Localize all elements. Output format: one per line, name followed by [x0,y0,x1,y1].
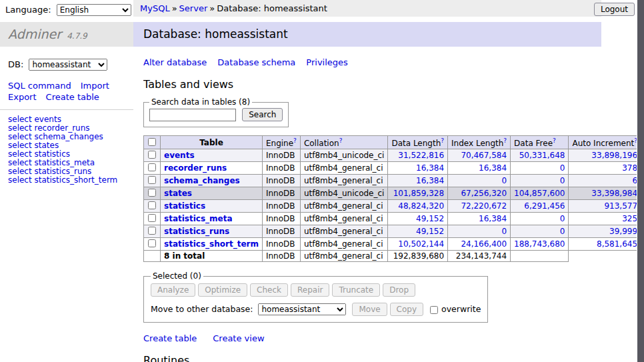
select-schema_changes-link[interactable]: select [8,132,32,141]
index-length-doc-link[interactable]: ? [503,137,507,144]
auto-increment-link-statistics_short_term[interactable]: 8,581,645 [597,239,637,249]
table-recorder_runs-link[interactable]: recorder_runs [34,123,89,133]
table-link-states[interactable]: states [164,189,192,198]
table-link-statistics_meta[interactable]: statistics_meta [164,214,233,223]
select-statistics-link[interactable]: select [8,149,32,159]
data-length-link-statistics_runs[interactable]: 49,152 [416,227,444,236]
data-free-link-statistics_short_term[interactable]: 188,743,680 [514,239,565,249]
engine-doc-link[interactable]: ? [293,137,297,144]
table-events-link[interactable]: events [34,115,61,124]
drop-button[interactable]: Drop [383,283,415,297]
row-checkbox-events[interactable] [148,151,156,159]
data-free-link-recorder_runs[interactable]: 0 [560,163,565,173]
row-checkbox-schema_changes[interactable] [148,176,156,184]
data-free-link-statistics_meta[interactable]: 0 [560,214,565,223]
select-statistics_meta-link[interactable]: select [8,158,32,167]
logout-button[interactable]: Logout [594,3,635,16]
search-button[interactable]: Search [242,108,283,121]
check-button[interactable]: Check [250,283,288,297]
data-length-link-statistics_meta[interactable]: 49,152 [416,214,444,223]
db-select[interactable]: homeassistant [29,59,107,71]
row-checkbox-statistics_runs[interactable] [148,227,156,235]
language-select[interactable]: English [57,4,131,16]
move-button[interactable]: Move [352,303,387,316]
table-states-link[interactable]: states [34,141,59,150]
auto-increment-link-events[interactable]: 33,898,196 [591,151,637,160]
data-length-link-recorder_runs[interactable]: 16,384 [416,163,444,173]
row-checkbox-recorder_runs[interactable] [148,163,156,171]
data-free-link-events[interactable]: 50,331,648 [519,151,565,160]
index-length-link-events[interactable]: 70,467,584 [461,151,507,160]
data-free-link-statistics_runs[interactable]: 0 [560,227,565,236]
select-recorder_runs-link[interactable]: select [8,123,32,133]
select-events-link[interactable]: select [8,115,32,124]
index-length-link-recorder_runs[interactable]: 16,384 [479,163,507,173]
index-length-link-statistics_meta[interactable]: 16,384 [479,214,507,223]
select-statistics_short_term-link[interactable]: select [8,175,32,185]
truncate-button[interactable]: Truncate [332,283,380,297]
select-states-link[interactable]: select [8,141,32,150]
analyze-button[interactable]: Analyze [151,283,195,297]
adminer-logo[interactable]: Adminer [8,27,61,41]
data-length-link-schema_changes[interactable]: 16,384 [416,176,444,185]
row-checkbox-states[interactable] [148,189,156,197]
data-length-doc-link[interactable]: ? [441,137,444,144]
auto-increment-link-statistics_meta[interactable]: 325 [622,214,637,223]
search-input[interactable] [149,109,236,121]
table-link-statistics_short_term[interactable]: statistics_short_term [164,239,259,249]
database-schema-link[interactable]: Database schema [217,57,295,67]
data-length-link-statistics_short_term[interactable]: 10,502,144 [398,239,444,249]
create-table-link-main[interactable]: Create table [143,333,197,343]
index-length-link-states[interactable]: 67,256,320 [461,189,507,198]
row-checkbox-statistics_short_term[interactable] [148,239,156,247]
breadcrumb-mysql-link[interactable]: MySQL [140,3,170,13]
table-statistics_meta-link[interactable]: statistics_meta [34,158,95,167]
select-statistics_runs-link[interactable]: select [8,167,32,176]
index-length-link-statistics[interactable]: 72,220,672 [461,201,507,211]
data-free-link-schema_changes[interactable]: 0 [560,176,565,185]
scrollbar-thumb[interactable] [637,0,644,362]
privileges-link[interactable]: Privileges [306,57,348,67]
auto-increment-doc-link[interactable]: ? [634,137,637,144]
optimize-button[interactable]: Optimize [198,283,247,297]
create-view-link[interactable]: Create view [213,333,264,343]
index-length-link-schema_changes[interactable]: 0 [501,176,507,185]
overwrite-checkbox[interactable] [430,306,438,314]
table-schema_changes-link[interactable]: schema_changes [34,132,103,141]
data-length-link-statistics[interactable]: 48,824,320 [398,201,444,211]
collation-doc-link[interactable]: ? [339,137,343,144]
data-free-link-states[interactable]: 104,857,600 [514,189,565,198]
breadcrumb-server-link[interactable]: Server [179,3,208,13]
alter-database-link[interactable]: Alter database [143,57,207,67]
export-link[interactable]: Export [8,92,37,102]
table-link-statistics_runs[interactable]: statistics_runs [164,227,229,236]
table-link-schema_changes[interactable]: schema_changes [164,176,240,185]
auto-increment-link-states[interactable]: 33,398,984 [591,189,637,198]
import-link[interactable]: Import [81,81,109,91]
scrollbar[interactable] [637,0,644,362]
auto-increment-link-statistics_runs[interactable]: 39,999 [609,227,637,236]
move-db-select[interactable]: homeassistant [258,303,346,315]
auto-increment-link-statistics[interactable]: 913,577 [604,201,637,211]
index-length-link-statistics_runs[interactable]: 0 [501,227,507,236]
table-link-statistics[interactable]: statistics [164,201,205,211]
data-length-link-events[interactable]: 31,522,816 [398,151,444,160]
data-free-link-statistics[interactable]: 6,291,456 [524,201,565,211]
row-checkbox-statistics[interactable] [148,201,156,209]
index-length-link-statistics_short_term[interactable]: 24,166,400 [461,239,507,249]
repair-button[interactable]: Repair [291,283,329,297]
select-all-checkbox[interactable] [148,138,156,146]
table-statistics-link[interactable]: statistics [34,149,70,159]
data-length-link-states[interactable]: 101,859,328 [393,189,444,198]
table-statistics_short_term-link[interactable]: statistics_short_term [34,175,117,185]
sql-command-link[interactable]: SQL command [8,81,71,91]
table-link-recorder_runs[interactable]: recorder_runs [164,163,227,173]
auto-increment-link-schema_changes[interactable]: 6 [632,176,637,185]
table-statistics_runs-link[interactable]: statistics_runs [34,167,91,176]
table-link-events[interactable]: events [164,151,195,160]
create-table-link-sidebar[interactable]: Create table [46,92,99,102]
row-checkbox-statistics_meta[interactable] [148,214,156,222]
auto-increment-link-recorder_runs[interactable]: 378 [622,163,637,173]
copy-button[interactable]: Copy [390,303,423,316]
data-free-doc-link[interactable]: ? [553,137,556,144]
